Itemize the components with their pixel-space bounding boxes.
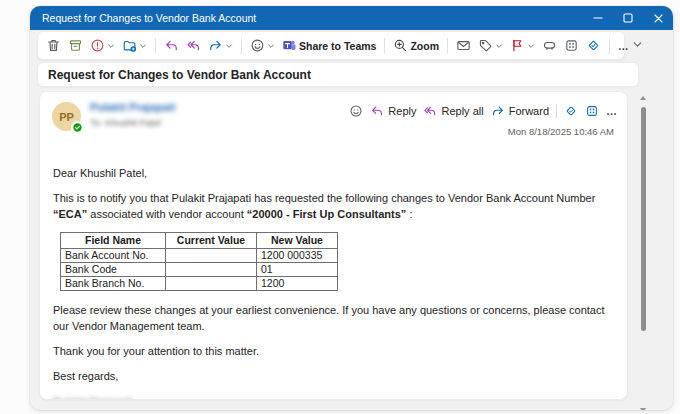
thanks-text: Thank you for your attention to this mat…: [53, 344, 613, 359]
sweep-button[interactable]: [564, 104, 578, 118]
smiley-icon: [349, 104, 363, 118]
magnifier-zoom-icon: [393, 38, 408, 53]
sender-name[interactable]: Pulakit Prajapati: [90, 101, 176, 113]
review-note-text: Please review these changes at your earl…: [53, 303, 613, 334]
delete-button[interactable]: [43, 36, 64, 55]
reply-all-button[interactable]: [183, 36, 204, 55]
more-commands-button[interactable]: …: [615, 38, 632, 54]
trash-icon: [46, 38, 61, 53]
title-bar: Request for Changes to Vendor Bank Accou…: [30, 6, 673, 30]
chevron-down-icon: [495, 42, 503, 50]
add-reaction-button[interactable]: [349, 104, 363, 118]
chevron-down-icon: [139, 42, 147, 50]
ribbon-collapse-button[interactable]: [632, 39, 643, 50]
move-folder-icon: [122, 38, 137, 53]
intro-paragraph: This is to notify you that Pulakit Praja…: [53, 191, 613, 222]
avatar[interactable]: PP: [52, 102, 81, 131]
immersive-reader-button[interactable]: [539, 36, 560, 55]
table-cell: Bank Code: [61, 263, 166, 277]
reply-button[interactable]: [161, 36, 182, 55]
toolbar-divider: [155, 38, 156, 54]
chevron-down-icon: [632, 39, 643, 50]
reply-all-button[interactable]: Reply all: [423, 104, 483, 118]
close-icon: [654, 14, 663, 23]
report-button[interactable]: [87, 36, 118, 55]
share-to-teams-label: Share to Teams: [299, 40, 376, 52]
minimize-button[interactable]: [583, 6, 613, 30]
forward-label: Forward: [509, 105, 549, 117]
chevron-down-icon: [225, 42, 233, 50]
apps-grid-button[interactable]: [585, 104, 599, 118]
sweep-button[interactable]: [583, 36, 604, 55]
actions-divider: [556, 104, 557, 118]
zoom-button[interactable]: Zoom: [390, 36, 442, 55]
mail-window: Request for Changes to Vendor Bank Accou…: [30, 6, 673, 410]
column-header: Current Value: [166, 233, 257, 249]
window-title: Request for Changes to Vendor Bank Accou…: [30, 12, 583, 24]
forward-arrow-icon: [208, 38, 223, 53]
chevron-down-icon: [107, 42, 115, 50]
message-timestamp: Mon 8/18/2025 10:46 AM: [508, 126, 614, 137]
subject-bar: Request for Changes to Vendor Bank Accou…: [37, 62, 639, 87]
table-cell: [166, 249, 257, 263]
reply-button[interactable]: Reply: [370, 104, 416, 118]
diamond-check-icon: [564, 104, 578, 118]
archive-button[interactable]: [65, 36, 86, 55]
intro-text: associated with vendor account: [87, 208, 247, 220]
more-actions-button[interactable]: …: [606, 105, 617, 117]
avatar-initials: PP: [59, 111, 74, 123]
apps-grid-button[interactable]: [561, 36, 582, 55]
scroll-up-arrow-icon[interactable]: [640, 96, 646, 100]
forward-button[interactable]: Forward: [491, 104, 549, 118]
message-actions: Reply Reply all Forward …: [349, 104, 617, 118]
close-button[interactable]: [643, 6, 673, 30]
scrollbar-thumb[interactable]: [641, 107, 646, 331]
table-cell: 1200: [257, 277, 338, 291]
toolbar-divider: [241, 38, 242, 54]
greeting-text: Dear Khushil Patel,: [53, 166, 613, 181]
closing-text: Best regards,: [53, 369, 613, 384]
envelope-icon: [456, 38, 471, 53]
table-row: Bank Branch No. 1200: [61, 277, 338, 291]
toolbar-divider: [384, 38, 385, 54]
bank-account-number: “ECA”: [53, 208, 87, 220]
ellipsis-icon: …: [606, 105, 617, 117]
reply-arrow-icon: [164, 38, 179, 53]
table-row: Bank Account No. 1200 000335: [61, 249, 338, 263]
move-to-button[interactable]: [119, 36, 150, 55]
sender-block: Pulakit Prajapati To: Khushil Patel: [90, 101, 176, 128]
mark-unread-button[interactable]: [453, 36, 474, 55]
window-controls: [583, 6, 673, 30]
intro-text: This is to notify you that Pulakit Praja…: [53, 192, 595, 204]
minimize-icon: [593, 13, 603, 23]
forward-button[interactable]: [205, 36, 236, 55]
reply-label: Reply: [388, 105, 416, 117]
table-cell: 1200 000335: [257, 249, 338, 263]
tag-icon: [478, 38, 493, 53]
scroll-down-arrow-icon[interactable]: [640, 408, 646, 410]
recipient-line[interactable]: To: Khushil Patel: [90, 117, 176, 128]
maximize-icon: [623, 13, 633, 23]
share-to-teams-button[interactable]: Share to Teams: [279, 36, 379, 55]
zoom-label: Zoom: [410, 40, 439, 52]
ellipsis-icon: …: [618, 40, 629, 52]
toolbar-divider: [447, 38, 448, 54]
vertical-scrollbar[interactable]: [640, 96, 646, 410]
archive-icon: [68, 38, 83, 53]
grid-apps-icon: [564, 38, 579, 53]
flag-button[interactable]: [507, 36, 538, 55]
reactions-button[interactable]: [247, 36, 278, 55]
grid-apps-icon: [585, 104, 599, 118]
table-row: Bank Code 01: [61, 263, 338, 277]
changes-table: Field Name Current Value New Value Bank …: [60, 232, 338, 291]
column-header: Field Name: [61, 233, 166, 249]
message-body: Dear Khushil Patel, This is to notify yo…: [40, 138, 627, 400]
maximize-button[interactable]: [613, 6, 643, 30]
vendor-account: “20000 - First Up Consultants”: [247, 208, 407, 220]
categorize-button[interactable]: [475, 36, 506, 55]
reply-all-arrow-icon: [423, 104, 437, 118]
toolbar-divider: [609, 38, 610, 54]
report-alert-icon: [90, 38, 105, 53]
ribbon-toolbar: Share to Teams Zoom …: [37, 31, 625, 60]
message-pane: PP Pulakit Prajapati To: Khushil Patel R…: [39, 91, 628, 400]
